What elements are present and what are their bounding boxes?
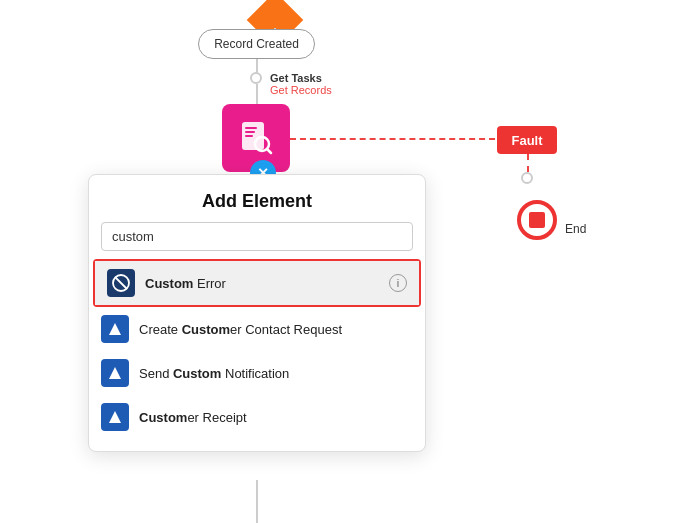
- search-input[interactable]: [101, 222, 413, 251]
- customer-receipt-text: Customer Receipt: [139, 410, 413, 425]
- search-icon: [238, 120, 274, 156]
- send-custom-icon: [101, 359, 129, 387]
- svg-rect-3: [245, 135, 253, 137]
- add-element-dialog: Add Element Custom Error i: [88, 174, 426, 452]
- custom-error-text: Custom Error: [145, 276, 379, 291]
- svg-marker-9: [109, 367, 121, 379]
- fault-connector-line: [290, 138, 505, 140]
- connector-circle: [250, 72, 262, 84]
- custom-error-icon: [107, 269, 135, 297]
- svg-line-7: [115, 277, 127, 289]
- fault-badge[interactable]: Fault: [497, 126, 557, 154]
- connector-line: [256, 84, 258, 104]
- get-tasks-label: Get Tasks: [270, 72, 332, 84]
- end-icon: [529, 212, 545, 228]
- connector-line-bottom: [256, 480, 258, 523]
- send-custom-text: Send Custom Notification: [139, 366, 413, 381]
- highlighted-item-wrapper: Custom Error i: [93, 259, 421, 307]
- dialog-title: Add Element: [89, 175, 425, 222]
- canvas: Record Created Get Tasks Get Records Fau…: [0, 0, 674, 523]
- fault-connector-circle: [521, 172, 533, 184]
- svg-marker-8: [109, 323, 121, 335]
- list-item[interactable]: Send Custom Notification: [89, 351, 425, 395]
- create-customer-icon: [101, 315, 129, 343]
- record-created-label: Record Created: [214, 37, 299, 51]
- customer-receipt-icon: [101, 403, 129, 431]
- svg-marker-10: [109, 411, 121, 423]
- fault-label: Fault: [511, 133, 542, 148]
- list-item[interactable]: Create Customer Contact Request: [89, 307, 425, 351]
- svg-rect-1: [245, 127, 257, 129]
- record-created-node[interactable]: Record Created: [198, 29, 315, 59]
- create-customer-text: Create Customer Contact Request: [139, 322, 413, 337]
- svg-rect-2: [245, 131, 255, 133]
- list-item[interactable]: Customer Receipt: [89, 395, 425, 439]
- info-icon[interactable]: i: [389, 274, 407, 292]
- get-records-label: Get Records: [270, 84, 332, 96]
- step-labels: Get Tasks Get Records: [270, 72, 332, 96]
- svg-line-5: [268, 150, 272, 154]
- list-item[interactable]: Custom Error i: [95, 261, 419, 305]
- fault-line-down: [527, 154, 529, 172]
- end-node[interactable]: [517, 200, 557, 240]
- end-label: End: [565, 222, 586, 236]
